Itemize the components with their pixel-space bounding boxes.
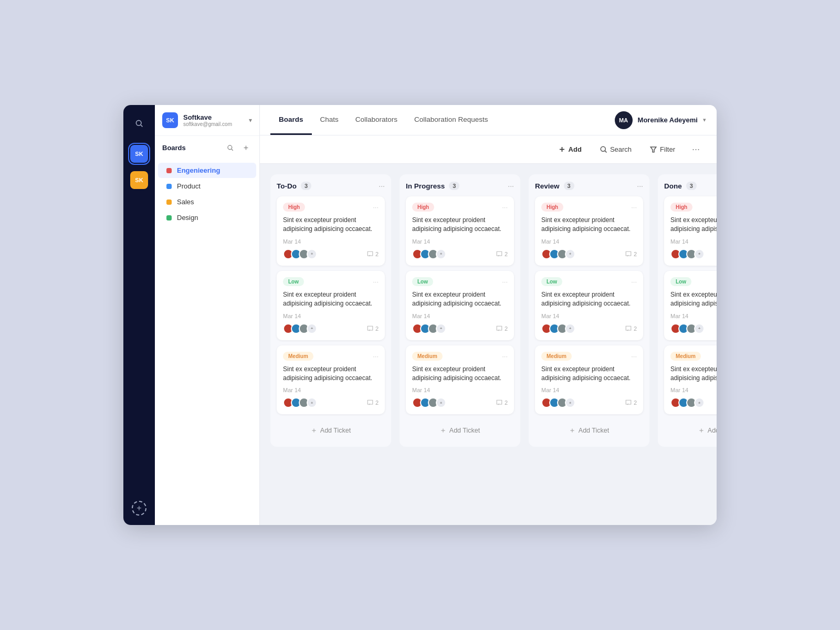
- filter-button[interactable]: Filter: [644, 143, 680, 156]
- column-inprogress: In Progress 3 ··· High ··· Sint ex excep…: [400, 174, 520, 447]
- priority-badge: Low: [283, 277, 304, 286]
- card-text: Sint ex excepteur proident adipisicing a…: [412, 365, 508, 383]
- card-todo-2: Medium ··· Sint ex excepteur proident ad…: [277, 345, 385, 415]
- card-more-button[interactable]: ···: [631, 352, 637, 360]
- tab-collaboration-requests[interactable]: Collaboration Requests: [406, 105, 496, 135]
- priority-badge: Medium: [283, 352, 313, 361]
- card-text: Sint ex excepteur proident adipisicing a…: [541, 290, 637, 309]
- tab-collaborators[interactable]: Collaborators: [347, 105, 406, 135]
- card-footer: + 2: [541, 397, 637, 408]
- card-more-button[interactable]: ···: [631, 278, 637, 286]
- tab-boards[interactable]: Boards: [270, 105, 312, 135]
- card-footer: + 2: [541, 323, 637, 334]
- add-ticket-todo[interactable]: Add Ticket: [277, 422, 385, 439]
- priority-badge: Low: [541, 277, 562, 286]
- card-avatar-more: +: [307, 323, 317, 334]
- card-avatars: +: [541, 323, 575, 334]
- main-content: BoardsChatsCollaboratorsCollaboration Re…: [260, 105, 717, 525]
- card-done-1: Low ··· Sint ex excepteur proident adipi…: [664, 271, 717, 340]
- card-more-button[interactable]: ···: [502, 278, 508, 286]
- add-ticket-inprogress[interactable]: Add Ticket: [406, 422, 514, 439]
- card-more-button[interactable]: ···: [502, 203, 508, 211]
- svg-point-8: [601, 146, 605, 151]
- column-more-todo[interactable]: ···: [379, 182, 385, 190]
- card-text: Sint ex excepteur proident adipisicing a…: [670, 365, 717, 383]
- boards-search-icon[interactable]: [224, 141, 236, 154]
- card-header: Low ···: [670, 277, 717, 286]
- card-date: Mar 14: [541, 238, 637, 245]
- card-avatars: +: [412, 249, 446, 259]
- user-avatar: MA: [615, 111, 633, 129]
- card-date: Mar 14: [412, 313, 508, 319]
- priority-badge: High: [541, 203, 563, 212]
- card-date: Mar 14: [670, 313, 717, 319]
- card-text: Sint ex excepteur proident adipisicing a…: [541, 365, 637, 383]
- card-date: Mar 14: [283, 238, 379, 245]
- card-text: Sint ex excepteur proident adipisicing a…: [283, 365, 379, 383]
- workspace-avatar-1[interactable]: SK: [130, 145, 148, 163]
- svg-marker-10: [650, 147, 656, 152]
- boards-add-button[interactable]: [239, 141, 252, 154]
- card-avatar-more: +: [694, 249, 705, 259]
- user-info[interactable]: MA Morenike Adeyemi ▾: [615, 111, 706, 129]
- card-footer: + 2: [670, 397, 717, 408]
- add-workspace-button[interactable]: +: [132, 501, 146, 516]
- sidebar-item-sales[interactable]: Sales: [158, 194, 256, 209]
- column-title-review: Review: [535, 182, 560, 190]
- priority-badge: Medium: [541, 352, 572, 361]
- card-todo-1: Low ··· Sint ex excepteur proident adipi…: [277, 271, 385, 340]
- workspace-chevron-icon[interactable]: ▾: [249, 117, 252, 124]
- card-header: Low ···: [412, 277, 508, 286]
- more-options-button[interactable]: ···: [688, 142, 704, 157]
- global-search-icon[interactable]: [130, 114, 148, 132]
- sidebar-item-product[interactable]: Product: [158, 178, 256, 194]
- card-more-button[interactable]: ···: [373, 352, 379, 360]
- column-review: Review 3 ··· High ··· Sint ex excepteur …: [529, 174, 649, 447]
- priority-badge: Low: [412, 277, 433, 286]
- card-header: High ···: [412, 203, 508, 212]
- card-avatar-more: +: [565, 249, 575, 259]
- column-header-review: Review 3 ···: [535, 182, 643, 190]
- svg-line-1: [141, 125, 143, 127]
- card-header: Medium ···: [670, 352, 717, 361]
- add-ticket-done[interactable]: Add Ticket: [664, 422, 717, 439]
- board-dot-sales: [166, 200, 172, 205]
- column-title-done: Done: [664, 182, 682, 190]
- card-date: Mar 14: [541, 387, 637, 393]
- svg-point-2: [227, 145, 232, 149]
- tab-chats[interactable]: Chats: [312, 105, 347, 135]
- sidebar-item-engineering[interactable]: Engenieering: [158, 163, 256, 178]
- board-dot-engineering: [166, 168, 172, 173]
- card-footer: + 2: [541, 249, 637, 259]
- card-comment: 2: [625, 400, 637, 406]
- card-more-button[interactable]: ···: [373, 203, 379, 211]
- card-text: Sint ex excepteur proident adipisicing a…: [283, 216, 379, 234]
- card-more-button[interactable]: ···: [631, 203, 637, 211]
- card-inprogress-2: Medium ··· Sint ex excepteur proident ad…: [406, 345, 514, 415]
- workspace-email: softkave@gmail.com: [183, 121, 244, 127]
- card-more-button[interactable]: ···: [373, 278, 379, 286]
- card-text: Sint ex excepteur proident adipisicing a…: [670, 216, 717, 234]
- card-comment: 2: [367, 326, 379, 332]
- top-bar-right: MA Morenike Adeyemi ▾: [615, 111, 706, 129]
- column-more-review[interactable]: ···: [637, 182, 643, 190]
- add-ticket-review[interactable]: Add Ticket: [535, 422, 643, 439]
- svg-line-3: [231, 149, 233, 150]
- card-avatars: +: [412, 323, 446, 334]
- workspace-avatar-2[interactable]: SK: [130, 171, 148, 189]
- column-header-todo: To-Do 3 ···: [277, 182, 385, 190]
- card-avatar-more: +: [694, 323, 705, 334]
- card-date: Mar 14: [283, 313, 379, 319]
- column-count-done: 3: [686, 182, 697, 190]
- add-button[interactable]: Add: [553, 143, 587, 156]
- column-more-inprogress[interactable]: ···: [508, 182, 514, 190]
- sidebar-item-design[interactable]: Design: [158, 210, 256, 225]
- card-more-button[interactable]: ···: [502, 352, 508, 360]
- card-avatar-more: +: [436, 323, 446, 334]
- boards-section-title: Boards: [162, 144, 220, 152]
- card-footer: + 2: [412, 249, 508, 259]
- card-avatar-more: +: [436, 397, 446, 408]
- workspace-info: Softkave softkave@gmail.com: [183, 113, 244, 127]
- card-text: Sint ex excepteur proident adipisicing a…: [412, 290, 508, 309]
- search-button[interactable]: Search: [594, 143, 637, 156]
